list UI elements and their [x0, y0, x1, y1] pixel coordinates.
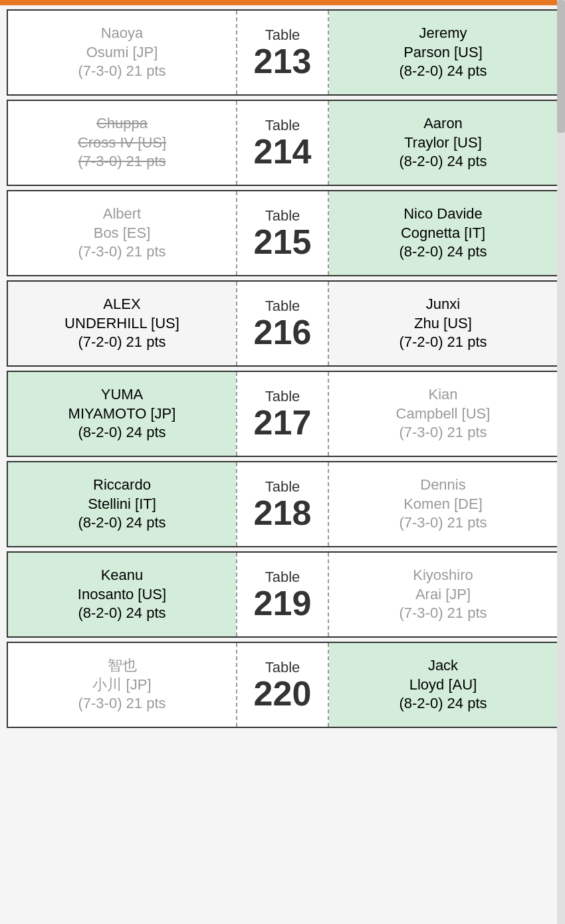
- match-row-214: Chuppa Cross IV [US] (7-3-0) 21 ptsTable…: [7, 100, 558, 186]
- match-row-215: Albert Bos [ES] (7-3-0) 21 ptsTable215Ni…: [7, 190, 558, 276]
- left-player-217: YUMA MIYAMOTO [JP] (8-2-0) 24 pts: [8, 372, 236, 456]
- match-row-219: Keanu Inosanto [US] (8-2-0) 24 ptsTable2…: [7, 551, 558, 638]
- table-number-219: 219: [254, 586, 312, 620]
- left-player-216: ALEX UNDERHILL [US] (7-2-0) 21 pts: [8, 282, 236, 365]
- table-cell-218: Table218: [236, 462, 329, 546]
- left-player-name-217: YUMA MIYAMOTO [JP] (8-2-0) 24 pts: [68, 385, 176, 442]
- table-cell-216: Table216: [236, 282, 329, 365]
- table-number-214: 214: [254, 134, 312, 169]
- table-cell-220: Table220: [236, 643, 329, 727]
- right-player-219: Kiyoshiro Arai [JP] (7-3-0) 21 pts: [329, 553, 557, 636]
- right-player-name-218: Dennis Komen [DE] (7-3-0) 21 pts: [399, 476, 487, 533]
- right-player-214: Aaron Traylor [US] (8-2-0) 24 pts: [329, 101, 557, 185]
- right-player-name-217: Kian Campbell [US] (7-3-0) 21 pts: [396, 385, 491, 442]
- left-player-213: Naoya Osumi [JP] (7-3-0) 21 pts: [8, 11, 236, 94]
- table-cell-213: Table213: [236, 11, 329, 94]
- table-cell-215: Table215: [236, 191, 329, 275]
- table-number-215: 215: [254, 225, 312, 259]
- table-number-217: 217: [254, 405, 312, 440]
- left-player-name-216: ALEX UNDERHILL [US] (7-2-0) 21 pts: [64, 295, 179, 352]
- right-player-name-219: Kiyoshiro Arai [JP] (7-3-0) 21 pts: [399, 566, 487, 623]
- matches-container: Naoya Osumi [JP] (7-3-0) 21 ptsTable213J…: [0, 9, 565, 728]
- left-player-name-214: Chuppa Cross IV [US] (7-3-0) 21 pts: [78, 114, 166, 171]
- top-bar: [0, 0, 565, 5]
- table-cell-219: Table219: [236, 553, 329, 636]
- scrollbar-track[interactable]: [557, 0, 565, 732]
- left-player-name-218: Riccardo Stellini [IT] (8-2-0) 24 pts: [78, 476, 166, 533]
- match-row-220: 智也 小川 [JP] (7-3-0) 21 ptsTable220Jack Ll…: [7, 642, 558, 728]
- table-number-216: 216: [254, 315, 312, 349]
- left-player-218: Riccardo Stellini [IT] (8-2-0) 24 pts: [8, 462, 236, 546]
- match-row-213: Naoya Osumi [JP] (7-3-0) 21 ptsTable213J…: [7, 9, 558, 96]
- right-player-213: Jeremy Parson [US] (8-2-0) 24 pts: [329, 11, 557, 94]
- right-player-name-220: Jack Lloyd [AU] (8-2-0) 24 pts: [399, 656, 487, 713]
- left-player-name-220: 智也 小川 [JP] (7-3-0) 21 pts: [78, 656, 166, 713]
- right-player-name-214: Aaron Traylor [US] (8-2-0) 24 pts: [399, 114, 487, 171]
- right-player-220: Jack Lloyd [AU] (8-2-0) 24 pts: [329, 643, 557, 727]
- right-player-name-213: Jeremy Parson [US] (8-2-0) 24 pts: [399, 24, 487, 81]
- left-player-215: Albert Bos [ES] (7-3-0) 21 pts: [8, 191, 236, 275]
- right-player-217: Kian Campbell [US] (7-3-0) 21 pts: [329, 372, 557, 456]
- match-row-217: YUMA MIYAMOTO [JP] (8-2-0) 24 ptsTable21…: [7, 371, 558, 457]
- scrollbar-thumb[interactable]: [557, 0, 565, 133]
- table-number-220: 220: [254, 676, 312, 711]
- right-player-215: Nico Davide Cognetta [IT] (8-2-0) 24 pts: [329, 191, 557, 275]
- left-player-name-219: Keanu Inosanto [US] (8-2-0) 24 pts: [78, 566, 166, 623]
- table-number-218: 218: [254, 496, 312, 530]
- left-player-name-215: Albert Bos [ES] (7-3-0) 21 pts: [78, 205, 166, 262]
- table-cell-214: Table214: [236, 101, 329, 185]
- left-player-219: Keanu Inosanto [US] (8-2-0) 24 pts: [8, 553, 236, 636]
- left-player-214: Chuppa Cross IV [US] (7-3-0) 21 pts: [8, 101, 236, 185]
- right-player-216: Junxi Zhu [US] (7-2-0) 21 pts: [329, 282, 557, 365]
- right-player-218: Dennis Komen [DE] (7-3-0) 21 pts: [329, 462, 557, 546]
- match-row-216: ALEX UNDERHILL [US] (7-2-0) 21 ptsTable2…: [7, 280, 558, 367]
- right-player-name-216: Junxi Zhu [US] (7-2-0) 21 pts: [399, 295, 487, 352]
- left-player-220: 智也 小川 [JP] (7-3-0) 21 pts: [8, 643, 236, 727]
- table-cell-217: Table217: [236, 372, 329, 456]
- left-player-name-213: Naoya Osumi [JP] (7-3-0) 21 pts: [78, 24, 166, 81]
- right-player-name-215: Nico Davide Cognetta [IT] (8-2-0) 24 pts: [399, 205, 487, 262]
- table-number-213: 213: [254, 44, 312, 78]
- match-row-218: Riccardo Stellini [IT] (8-2-0) 24 ptsTab…: [7, 461, 558, 547]
